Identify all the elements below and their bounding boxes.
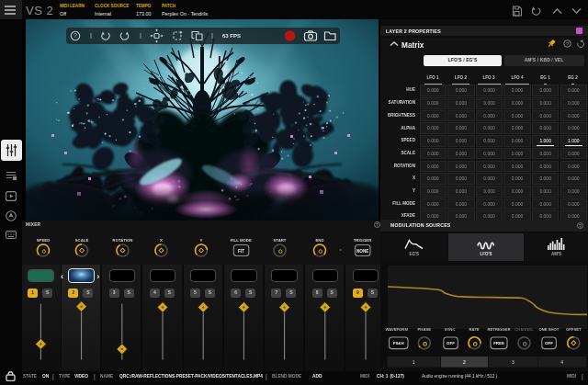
svg-text:ROTATION: ROTATION	[113, 238, 133, 243]
svg-text:NONE: NONE	[356, 249, 368, 254]
svg-text:END: END	[315, 238, 323, 243]
svg-text:1: 1	[413, 359, 415, 365]
svg-text:ONE SHOT: ONE SHOT	[539, 327, 560, 332]
svg-text:START: START	[273, 238, 286, 243]
svg-text:X: X	[160, 238, 163, 243]
svg-text:RATE: RATE	[469, 327, 479, 332]
svg-text:PHASE: PHASE	[418, 327, 432, 332]
svg-text:FILL MODE: FILL MODE	[231, 238, 252, 243]
svg-text:OFF: OFF	[545, 341, 553, 345]
svg-text:OFFSET: OFFSET	[566, 327, 582, 332]
svg-text:RETRIGGER: RETRIGGER	[488, 327, 511, 332]
svg-text:FS&H: FS&H	[393, 341, 404, 345]
svg-text:TRIGGER: TRIGGER	[354, 238, 372, 243]
svg-text:?: ?	[74, 32, 77, 39]
svg-text:63 FPS: 63 FPS	[222, 33, 241, 39]
svg-text:3: 3	[512, 359, 514, 365]
svg-text:OFF: OFF	[447, 341, 455, 345]
svg-text:Y: Y	[200, 238, 203, 243]
svg-text:4: 4	[560, 359, 563, 365]
svg-text:SCALE: SCALE	[75, 238, 89, 243]
svg-text:CHANNEL: CHANNEL	[514, 327, 534, 332]
svg-text:?: ?	[566, 41, 569, 47]
svg-text:FIT: FIT	[238, 249, 244, 254]
svg-text:SYNC: SYNC	[445, 327, 456, 332]
svg-text:WAVEFORM: WAVEFORM	[386, 327, 409, 332]
svg-text:SPEED: SPEED	[37, 238, 51, 243]
svg-text:2: 2	[463, 359, 466, 365]
svg-text:FREE: FREE	[493, 341, 504, 345]
